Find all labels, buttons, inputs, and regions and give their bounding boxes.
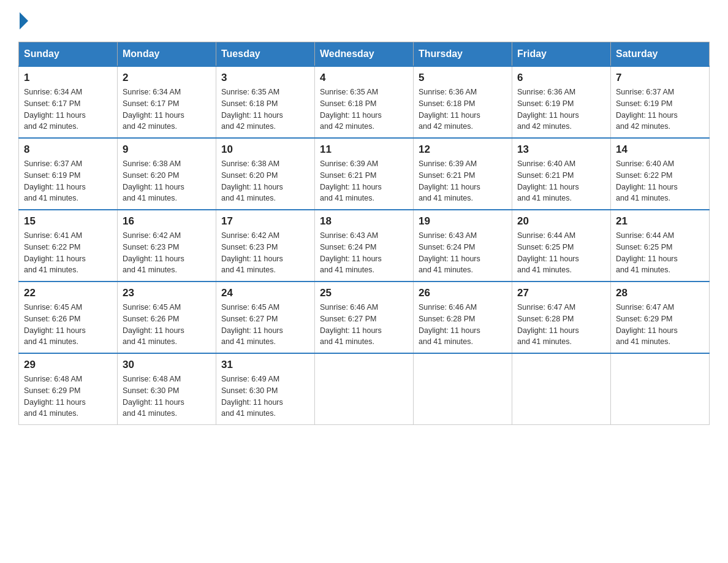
calendar-table: SundayMondayTuesdayWednesdayThursdayFrid… (18, 42, 710, 425)
calendar-day-29: 29Sunrise: 6:48 AMSunset: 6:29 PMDayligh… (19, 353, 118, 425)
calendar-day-17: 17Sunrise: 6:42 AMSunset: 6:23 PMDayligh… (216, 210, 315, 282)
calendar-day-6: 6Sunrise: 6:36 AMSunset: 6:19 PMDaylight… (512, 66, 611, 138)
day-number-9: 9 (123, 144, 211, 156)
day-number-25: 25 (320, 287, 408, 299)
day-number-23: 23 (123, 287, 211, 299)
calendar-header-wednesday: Wednesday (315, 42, 414, 67)
logo-text (18, 12, 29, 29)
day-number-17: 17 (221, 215, 309, 228)
calendar-day-30: 30Sunrise: 6:48 AMSunset: 6:30 PMDayligh… (118, 353, 216, 425)
day-number-8: 8 (24, 144, 112, 156)
day-info-1: Sunrise: 6:34 AMSunset: 6:17 PMDaylight:… (24, 86, 112, 132)
calendar-day-2: 2Sunrise: 6:34 AMSunset: 6:17 PMDaylight… (118, 66, 216, 138)
calendar-day-13: 13Sunrise: 6:40 AMSunset: 6:21 PMDayligh… (512, 138, 611, 210)
day-info-8: Sunrise: 6:37 AMSunset: 6:19 PMDaylight:… (24, 158, 112, 204)
calendar-header-monday: Monday (118, 42, 216, 67)
day-number-26: 26 (419, 287, 507, 299)
calendar-day-26: 26Sunrise: 6:46 AMSunset: 6:28 PMDayligh… (414, 282, 512, 353)
day-info-4: Sunrise: 6:35 AMSunset: 6:18 PMDaylight:… (320, 86, 408, 132)
day-info-22: Sunrise: 6:45 AMSunset: 6:26 PMDaylight:… (24, 302, 112, 348)
day-info-14: Sunrise: 6:40 AMSunset: 6:22 PMDaylight:… (616, 158, 704, 204)
logo (18, 12, 29, 29)
calendar-day-21: 21Sunrise: 6:44 AMSunset: 6:25 PMDayligh… (611, 210, 710, 282)
day-number-29: 29 (24, 359, 112, 371)
day-info-5: Sunrise: 6:36 AMSunset: 6:18 PMDaylight:… (419, 86, 507, 132)
day-info-10: Sunrise: 6:38 AMSunset: 6:20 PMDaylight:… (221, 158, 309, 204)
day-info-13: Sunrise: 6:40 AMSunset: 6:21 PMDaylight:… (517, 158, 605, 204)
calendar-week-row-3: 15Sunrise: 6:41 AMSunset: 6:22 PMDayligh… (19, 210, 710, 282)
day-info-30: Sunrise: 6:48 AMSunset: 6:30 PMDaylight:… (123, 373, 211, 419)
calendar-day-19: 19Sunrise: 6:43 AMSunset: 6:24 PMDayligh… (414, 210, 512, 282)
day-number-21: 21 (616, 215, 704, 228)
calendar-header-sunday: Sunday (19, 42, 118, 67)
calendar-day-27: 27Sunrise: 6:47 AMSunset: 6:28 PMDayligh… (512, 282, 611, 353)
calendar-day-22: 22Sunrise: 6:45 AMSunset: 6:26 PMDayligh… (19, 282, 118, 353)
calendar-day-23: 23Sunrise: 6:45 AMSunset: 6:26 PMDayligh… (118, 282, 216, 353)
day-info-15: Sunrise: 6:41 AMSunset: 6:22 PMDaylight:… (24, 230, 112, 276)
calendar-day-3: 3Sunrise: 6:35 AMSunset: 6:18 PMDaylight… (216, 66, 315, 138)
day-number-1: 1 (24, 72, 112, 84)
calendar-day-24: 24Sunrise: 6:45 AMSunset: 6:27 PMDayligh… (216, 282, 315, 353)
day-number-7: 7 (616, 72, 704, 84)
calendar-empty-cell (414, 353, 512, 425)
day-info-21: Sunrise: 6:44 AMSunset: 6:25 PMDaylight:… (616, 230, 704, 276)
day-info-17: Sunrise: 6:42 AMSunset: 6:23 PMDaylight:… (221, 230, 309, 276)
day-info-23: Sunrise: 6:45 AMSunset: 6:26 PMDaylight:… (123, 302, 211, 348)
day-number-15: 15 (24, 215, 112, 228)
day-info-16: Sunrise: 6:42 AMSunset: 6:23 PMDaylight:… (123, 230, 211, 276)
day-info-20: Sunrise: 6:44 AMSunset: 6:25 PMDaylight:… (517, 230, 605, 276)
day-info-3: Sunrise: 6:35 AMSunset: 6:18 PMDaylight:… (221, 86, 309, 132)
calendar-day-12: 12Sunrise: 6:39 AMSunset: 6:21 PMDayligh… (414, 138, 512, 210)
calendar-day-11: 11Sunrise: 6:39 AMSunset: 6:21 PMDayligh… (315, 138, 414, 210)
calendar-header-saturday: Saturday (611, 42, 710, 67)
day-number-3: 3 (221, 72, 309, 84)
calendar-empty-cell (611, 353, 710, 425)
day-number-24: 24 (221, 287, 309, 299)
calendar-week-row-2: 8Sunrise: 6:37 AMSunset: 6:19 PMDaylight… (19, 138, 710, 210)
day-info-19: Sunrise: 6:43 AMSunset: 6:24 PMDaylight:… (419, 230, 507, 276)
day-number-6: 6 (517, 72, 605, 84)
day-info-31: Sunrise: 6:49 AMSunset: 6:30 PMDaylight:… (221, 373, 309, 419)
calendar-day-9: 9Sunrise: 6:38 AMSunset: 6:20 PMDaylight… (118, 138, 216, 210)
day-info-6: Sunrise: 6:36 AMSunset: 6:19 PMDaylight:… (517, 86, 605, 132)
day-number-22: 22 (24, 287, 112, 299)
day-number-2: 2 (123, 72, 211, 84)
day-info-12: Sunrise: 6:39 AMSunset: 6:21 PMDaylight:… (419, 158, 507, 204)
calendar-week-row-4: 22Sunrise: 6:45 AMSunset: 6:26 PMDayligh… (19, 282, 710, 353)
day-number-27: 27 (517, 287, 605, 299)
calendar-empty-cell (512, 353, 611, 425)
calendar-header-thursday: Thursday (414, 42, 512, 67)
day-number-4: 4 (320, 72, 408, 84)
day-info-29: Sunrise: 6:48 AMSunset: 6:29 PMDaylight:… (24, 373, 112, 419)
calendar-day-1: 1Sunrise: 6:34 AMSunset: 6:17 PMDaylight… (19, 66, 118, 138)
day-info-11: Sunrise: 6:39 AMSunset: 6:21 PMDaylight:… (320, 158, 408, 204)
day-number-12: 12 (419, 144, 507, 156)
calendar-day-31: 31Sunrise: 6:49 AMSunset: 6:30 PMDayligh… (216, 353, 315, 425)
day-number-28: 28 (616, 287, 704, 299)
calendar-empty-cell (315, 353, 414, 425)
day-number-16: 16 (123, 215, 211, 228)
calendar-day-15: 15Sunrise: 6:41 AMSunset: 6:22 PMDayligh… (19, 210, 118, 282)
day-info-2: Sunrise: 6:34 AMSunset: 6:17 PMDaylight:… (123, 86, 211, 132)
day-number-20: 20 (517, 215, 605, 228)
day-info-25: Sunrise: 6:46 AMSunset: 6:27 PMDaylight:… (320, 302, 408, 348)
calendar-day-14: 14Sunrise: 6:40 AMSunset: 6:22 PMDayligh… (611, 138, 710, 210)
calendar-day-4: 4Sunrise: 6:35 AMSunset: 6:18 PMDaylight… (315, 66, 414, 138)
day-number-11: 11 (320, 144, 408, 156)
day-info-7: Sunrise: 6:37 AMSunset: 6:19 PMDaylight:… (616, 86, 704, 132)
day-number-10: 10 (221, 144, 309, 156)
calendar-day-18: 18Sunrise: 6:43 AMSunset: 6:24 PMDayligh… (315, 210, 414, 282)
day-number-14: 14 (616, 144, 704, 156)
calendar-header-tuesday: Tuesday (216, 42, 315, 67)
calendar-day-8: 8Sunrise: 6:37 AMSunset: 6:19 PMDaylight… (19, 138, 118, 210)
day-number-13: 13 (517, 144, 605, 156)
calendar-day-25: 25Sunrise: 6:46 AMSunset: 6:27 PMDayligh… (315, 282, 414, 353)
calendar-day-10: 10Sunrise: 6:38 AMSunset: 6:20 PMDayligh… (216, 138, 315, 210)
calendar-header-row: SundayMondayTuesdayWednesdayThursdayFrid… (19, 42, 710, 67)
day-number-5: 5 (419, 72, 507, 84)
calendar-day-28: 28Sunrise: 6:47 AMSunset: 6:29 PMDayligh… (611, 282, 710, 353)
day-info-24: Sunrise: 6:45 AMSunset: 6:27 PMDaylight:… (221, 302, 309, 348)
day-info-27: Sunrise: 6:47 AMSunset: 6:28 PMDaylight:… (517, 302, 605, 348)
day-number-19: 19 (419, 215, 507, 228)
calendar-header-friday: Friday (512, 42, 611, 67)
